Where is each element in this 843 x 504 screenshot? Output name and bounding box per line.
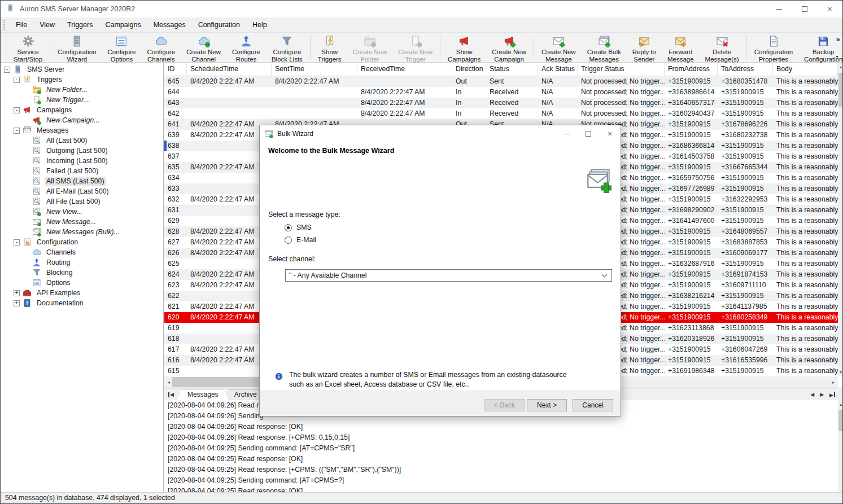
tree-item-triggers[interactable]: -Triggers [1, 74, 163, 85]
tree-item-all-email-last-500[interactable]: All E-Mail (Last 500) [1, 186, 163, 196]
configuration-wizard-button[interactable]: ConfigurationWizard [52, 33, 102, 62]
forward-message-button[interactable]: ForwardMessage [662, 33, 700, 62]
tree-item-failed-last-500[interactable]: Failed (Last 500) [1, 166, 163, 176]
configure-block-lists-button[interactable]: ConfigureBlock Lists [266, 33, 308, 62]
tab-messages[interactable]: Messages [177, 389, 229, 400]
table-row-643[interactable]: 6438/4/2020 2:22:47 AMInReceivedN/ANot p… [164, 98, 838, 108]
menu-view[interactable]: View [33, 17, 61, 32]
delete-messages-button[interactable]: DeleteMessage(s) [700, 33, 745, 62]
log-vertical-scrollbar[interactable]: ▲ [838, 400, 843, 493]
tree-item-api-examples[interactable]: +API Examples [1, 288, 163, 298]
next-button[interactable]: Next > [527, 399, 567, 411]
column-header-senttime[interactable]: SentTime [272, 63, 357, 76]
tree-item-messages[interactable]: -Messages [1, 125, 163, 135]
column-header-id[interactable]: ID [164, 63, 187, 76]
menu-help[interactable]: Help [246, 17, 273, 32]
tree-expand-box-sms-server[interactable]: - [4, 67, 10, 73]
minimize-button[interactable] [766, 1, 792, 17]
menu-triggers[interactable]: Triggers [61, 17, 99, 32]
show-campaigns-button[interactable]: ShowCampaigns [442, 33, 486, 62]
dialog-title-bar[interactable]: Bulk Wizard × [260, 125, 621, 142]
create-new-folder-button: Create NewFolder [347, 33, 393, 62]
tree-expand-box-api-examples[interactable]: + [14, 290, 20, 296]
toolbar-button-label: ServiceStart/Stop [14, 49, 42, 63]
configuration-properties-button[interactable]: ConfigurationProperties [749, 33, 798, 62]
tree-item-new-messages-bulk[interactable]: New Messages (Bulk)... [1, 227, 163, 237]
prev-page-icon[interactable]: ◀ [810, 392, 814, 397]
tree-item-options[interactable]: Options [1, 278, 163, 288]
cell-fromaddress: +3151900915 [665, 237, 718, 248]
table-row-645[interactable]: 6458/4/2020 2:22:47 AM8/4/2020 2:22:47 A… [164, 76, 838, 87]
tree-expand-box-campaigns[interactable]: - [14, 107, 20, 113]
menu-grip[interactable] [3, 20, 5, 30]
dialog-minimize-button[interactable] [556, 125, 578, 142]
tree-expand-box-triggers[interactable]: - [14, 77, 20, 83]
first-page-button[interactable]: ◀ [164, 389, 177, 400]
maximize-button[interactable] [792, 1, 817, 17]
tree-item-new-trigger[interactable]: New Trigger... [1, 95, 163, 105]
show-triggers-button[interactable]: ShowTriggers [312, 33, 347, 62]
tree-item-blocking[interactable]: Blocking [1, 268, 163, 278]
tree-expand-box-documentation[interactable]: + [14, 300, 20, 306]
tree-item-routing[interactable]: Routing [1, 257, 163, 268]
last-page-button[interactable]: ▶ [829, 391, 836, 398]
tree-item-incoming-last-500[interactable]: Incoming (Last 500) [1, 156, 163, 166]
tree-item-campaigns[interactable]: -Campaigns [1, 105, 163, 115]
tree-item-new-view[interactable]: New View... [1, 207, 163, 217]
configure-channels-button[interactable]: ConfigureChannels [141, 33, 181, 62]
menu-configuration[interactable]: Configuration [192, 17, 246, 32]
tree-item-new-message[interactable]: New Message... [1, 217, 163, 227]
create-new-channel-button[interactable]: Create NewChannel [181, 33, 226, 62]
log-vscroll-thumb[interactable] [838, 410, 843, 431]
channel-select[interactable]: " - Any Available Channel [285, 269, 612, 282]
toolbar-dropdown-icon[interactable]: ▼ [835, 55, 839, 59]
configure-options-button[interactable]: ConfigureOptions [102, 33, 142, 62]
scroll-up-icon[interactable]: ▲ [838, 63, 843, 71]
tree-item-outgoing-last-500[interactable]: Outgoing (Last 500) [1, 146, 163, 156]
reply-to-sender-button[interactable]: Reply toSender [627, 33, 662, 62]
radio-option-sms[interactable]: SMS [285, 221, 316, 234]
tree-item-channels[interactable]: Channels [1, 247, 163, 257]
create-new-campaign-button[interactable]: Create NewCampaign [486, 33, 532, 62]
tree-item-configuration[interactable]: -Configuration [1, 237, 163, 247]
tree-expand-box-configuration[interactable]: - [14, 239, 20, 246]
tree-item-new-campaign[interactable]: New Campaign... [1, 115, 163, 125]
column-header-ack-status[interactable]: Ack Status [538, 63, 578, 76]
scroll-right-icon[interactable]: ► [829, 376, 838, 388]
tree-item-all-last-500[interactable]: All (Last 500) [1, 135, 163, 146]
close-button[interactable]: × [817, 1, 842, 17]
tree-item-sms-server[interactable]: -SMS Server [1, 64, 163, 74]
next-page-icon[interactable]: ▶ [820, 392, 824, 397]
create-bulk-messages-button[interactable]: Create BulkMessages [582, 33, 627, 62]
table-row-642[interactable]: 6428/4/2020 2:22:47 AMInReceivedN/ANot p… [164, 108, 838, 119]
column-header-status[interactable]: Status [486, 63, 538, 76]
column-header-scheduledtime[interactable]: ScheduledTime [187, 63, 272, 76]
tree-item-new-folder[interactable]: New Folder... [1, 85, 163, 95]
toolbar-overflow-icon[interactable]: » [836, 35, 840, 43]
cancel-button[interactable]: Cancel [573, 399, 613, 411]
create-new-message-button[interactable]: Create NewMessage [536, 33, 582, 62]
log-scroll-up-icon[interactable]: ▲ [838, 400, 843, 409]
configure-routes-button[interactable]: ConfigureRoutes [226, 33, 266, 62]
tree-item-all-sms-last-500[interactable]: All SMS (Last 500) [1, 176, 163, 186]
dialog-close-button[interactable]: × [599, 125, 621, 142]
column-header-direction[interactable]: Direction [452, 63, 486, 76]
menu-messages[interactable]: Messages [147, 17, 192, 32]
column-header-receivedtime[interactable]: ReceivedTime [357, 63, 452, 76]
table-row-644[interactable]: 6448/4/2020 2:22:47 AMInReceivedN/ANot p… [164, 87, 838, 98]
grid-vertical-scrollbar[interactable]: ▲ ▼ [838, 63, 843, 376]
tree-item-documentation[interactable]: +?Documentation [1, 298, 163, 308]
tree-expand-box-messages[interactable]: - [14, 128, 20, 134]
radio-option-email[interactable]: E-Mail [285, 234, 316, 246]
column-header-trigger-status[interactable]: Trigger Status [578, 63, 665, 76]
column-header-fromaddress[interactable]: FromAddress [665, 63, 718, 76]
column-header-body[interactable]: Body [773, 63, 838, 76]
grid-vscroll-thumb[interactable] [838, 73, 843, 107]
column-header-toaddress[interactable]: ToAddress [718, 63, 773, 76]
service-start-stop-button[interactable]: ServiceStart/Stop [8, 33, 48, 62]
tree-item-all-file-last-500[interactable]: All File (Last 500) [1, 196, 163, 207]
scroll-down-icon[interactable]: ▼ [838, 368, 843, 376]
dialog-maximize-button[interactable] [578, 125, 599, 142]
menu-file[interactable]: File [10, 17, 33, 32]
menu-campaigns[interactable]: Campaigns [99, 17, 147, 32]
